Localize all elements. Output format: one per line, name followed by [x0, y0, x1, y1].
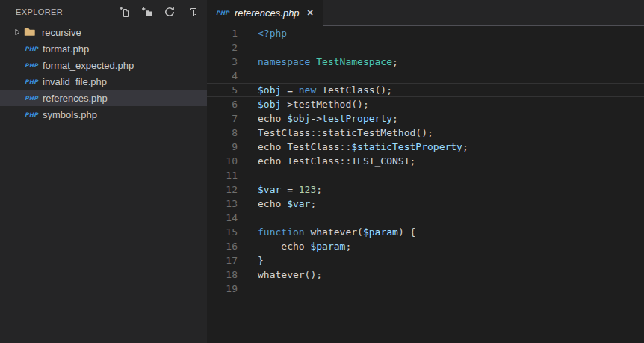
file-label: recursive — [42, 27, 81, 38]
code-line-9[interactable]: 9echo TestClass::$staticTestProperty; — [207, 140, 644, 154]
php-file-icon: PHP — [25, 46, 38, 52]
code-line-11[interactable]: 11 — [207, 168, 644, 182]
collapse-all-icon[interactable] — [186, 6, 198, 18]
line-number: 19 — [207, 282, 238, 296]
line-number: 15 — [207, 225, 238, 239]
code-line-15[interactable]: 15function whatever($param) { — [207, 225, 644, 239]
explorer-title: EXPLORER — [16, 7, 63, 16]
code-line-5[interactable]: 5$obj = new TestClass(); — [207, 83, 644, 97]
file-label: format_expected.php — [43, 60, 134, 71]
code-line-16[interactable]: 16 echo $param; — [207, 239, 644, 253]
refresh-icon[interactable] — [164, 6, 176, 18]
line-number: 1 — [207, 26, 238, 40]
code-line-4[interactable]: 4 — [207, 69, 644, 83]
code-line-1[interactable]: 1<?php — [207, 26, 644, 40]
line-number: 10 — [207, 154, 238, 168]
close-icon[interactable]: ✕ — [307, 9, 314, 17]
code-editor[interactable]: 1<?php23namespace TestNamespace;45$obj =… — [207, 26, 644, 343]
code-line-3[interactable]: 3namespace TestNamespace; — [207, 55, 644, 69]
code-line-7[interactable]: 7echo $obj->testProperty; — [207, 111, 644, 126]
tree-file-format-expected-php[interactable]: PHPformat_expected.php — [0, 57, 207, 73]
code-text: echo $param; — [258, 239, 351, 253]
line-number: 16 — [207, 239, 238, 253]
php-file-icon: PHP — [25, 111, 38, 118]
line-number: 3 — [207, 55, 238, 69]
php-file-icon: PHP — [216, 10, 229, 16]
line-number: 9 — [207, 140, 238, 154]
explorer-toolbar — [119, 6, 198, 18]
editor-tabbar: PHP references.php ✕ — [207, 0, 644, 26]
explorer-header: EXPLORER — [0, 0, 207, 22]
tree-file-invalid-file-php[interactable]: PHPinvalid_file.php — [0, 73, 207, 90]
file-label: format.php — [43, 43, 89, 55]
php-file-icon: PHP — [25, 62, 38, 69]
code-line-8[interactable]: 8TestClass::staticTestMethod(); — [207, 126, 644, 140]
tree-folder-recursive[interactable]: recursive — [0, 24, 207, 40]
line-number: 12 — [207, 182, 238, 197]
line-number: 11 — [207, 168, 238, 182]
code-text: <?php — [258, 26, 287, 40]
line-number: 14 — [207, 211, 238, 225]
code-line-2[interactable]: 2 — [207, 40, 644, 55]
code-text: whatever(); — [258, 268, 322, 282]
tab-title: references.php — [235, 7, 300, 19]
code-line-13[interactable]: 13echo $var; — [207, 197, 644, 211]
code-line-17[interactable]: 17} — [207, 253, 644, 268]
code-text: $obj->testMethod(); — [258, 97, 369, 111]
code-line-18[interactable]: 18whatever(); — [207, 268, 644, 282]
line-number: 6 — [207, 97, 238, 111]
line-number: 17 — [207, 253, 238, 268]
vscode-window: EXPLORER recursivePHPformat.phpPHPformat… — [0, 0, 644, 343]
code-text: TestClass::staticTestMethod(); — [258, 126, 433, 140]
php-file-icon: PHP — [25, 95, 38, 102]
code-text: echo TestClass::TEST_CONST; — [258, 154, 415, 168]
code-text: } — [258, 253, 264, 268]
line-number: 18 — [207, 268, 238, 282]
new-folder-icon[interactable] — [141, 6, 153, 18]
tree-file-references-php[interactable]: PHPreferences.php — [0, 90, 207, 106]
line-number: 5 — [207, 83, 238, 97]
code-text: $var = 123; — [258, 182, 322, 197]
line-number: 13 — [207, 197, 238, 211]
folder-icon — [24, 26, 36, 38]
file-tree: recursivePHPformat.phpPHPformat_expected… — [0, 24, 207, 123]
code-text: echo TestClass::$staticTestProperty; — [258, 140, 468, 154]
code-line-6[interactable]: 6$obj->testMethod(); — [207, 97, 644, 111]
file-label: references.php — [43, 93, 108, 104]
line-number: 7 — [207, 111, 238, 126]
code-text: echo $var; — [258, 197, 316, 211]
code-line-14[interactable]: 14 — [207, 211, 644, 225]
code-line-12[interactable]: 12$var = 123; — [207, 182, 644, 197]
tab-references-php[interactable]: PHP references.php ✕ — [207, 0, 323, 26]
code-text: echo $obj->testProperty; — [258, 111, 398, 126]
file-label: symbols.php — [43, 109, 97, 120]
tabbar-empty-space — [323, 0, 644, 26]
php-file-icon: PHP — [25, 78, 38, 85]
chevron-right-icon — [13, 26, 22, 38]
tree-file-symbols-php[interactable]: PHPsymbols.php — [0, 106, 207, 123]
explorer-sidebar: EXPLORER recursivePHPformat.phpPHPformat… — [0, 0, 207, 343]
code-text: namespace TestNamespace; — [258, 55, 398, 69]
code-line-19[interactable]: 19 — [207, 282, 644, 296]
code-area: 1<?php23namespace TestNamespace;45$obj =… — [207, 26, 644, 296]
file-label: invalid_file.php — [43, 76, 107, 87]
code-text: $obj = new TestClass(); — [258, 83, 392, 97]
line-number: 4 — [207, 69, 238, 83]
line-number: 8 — [207, 126, 238, 140]
new-file-icon[interactable] — [119, 6, 131, 18]
line-number: 2 — [207, 40, 238, 55]
code-text: function whatever($param) { — [258, 225, 415, 239]
tree-file-format-php[interactable]: PHPformat.php — [0, 40, 207, 57]
code-line-10[interactable]: 10echo TestClass::TEST_CONST; — [207, 154, 644, 168]
